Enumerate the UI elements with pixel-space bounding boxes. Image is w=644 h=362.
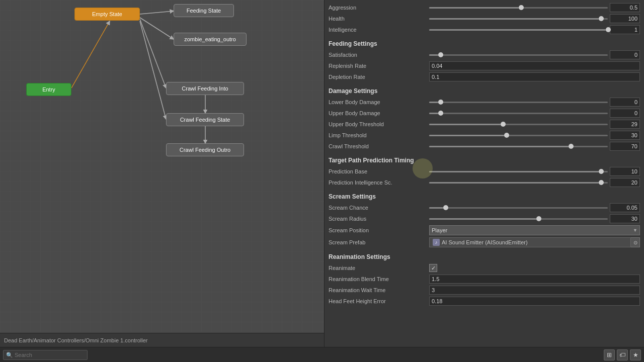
node-empty-state[interactable]: Empty State	[74, 8, 140, 21]
dropdown-3-2[interactable]: Player▼	[429, 225, 640, 235]
label-0-2: Depletion Rate	[329, 74, 429, 80]
label-3-1: Scream Radius	[329, 216, 429, 222]
input-aggression[interactable]	[610, 3, 640, 12]
node-crawl-feeding-outro[interactable]: Crawl Feeding Outro	[166, 143, 244, 156]
label-0-0: Satisfaction	[329, 52, 429, 58]
star-button[interactable]: ★	[630, 349, 641, 360]
node-zombie-eating[interactable]: zombie_eating_outro	[174, 33, 247, 46]
input-1-2[interactable]	[610, 120, 640, 129]
control-0-1	[429, 61, 640, 70]
input-2-1[interactable]	[610, 178, 640, 187]
row-2-0: Prediction Base	[325, 166, 644, 177]
graph-canvas[interactable]: Empty State Feeding State zombie_eating_…	[0, 0, 324, 332]
layers-button[interactable]: ⊞	[604, 349, 615, 360]
slider-intelligence[interactable]	[429, 26, 608, 33]
row-2-1: Prediction Intelligence Sc.	[325, 177, 644, 188]
label-2-1: Prediction Intelligence Sc.	[329, 179, 429, 186]
slider-3-0[interactable]	[429, 204, 608, 211]
control-aggression	[429, 3, 640, 12]
input-3-1[interactable]	[610, 214, 640, 223]
text-input-4-3[interactable]	[429, 297, 640, 306]
input-intelligence[interactable]	[610, 25, 640, 34]
section-header-4: Reanimation Settings	[325, 250, 644, 262]
slider-1-1[interactable]	[429, 110, 608, 117]
row-1-3: Limp Threshold	[325, 130, 644, 141]
object-select-btn-3-3[interactable]: ⊙	[631, 237, 640, 247]
control-0-2	[429, 72, 640, 81]
text-input-4-2[interactable]	[429, 286, 640, 295]
params-button[interactable]: 🏷	[617, 349, 628, 360]
input-health[interactable]	[610, 14, 640, 23]
svg-line-2	[140, 11, 174, 14]
control-1-3	[429, 131, 640, 140]
control-2-1	[429, 178, 640, 187]
section-header-1: Damage Settings	[325, 84, 644, 97]
object-field-3-3: ♪AI Sound Emitter (AISoundEmitter)	[429, 237, 631, 247]
row-1-4: Crawl Threshold	[325, 141, 644, 152]
graph-panel: Empty State Feeding State zombie_eating_…	[0, 0, 325, 347]
row-intelligence: Intelligence	[325, 24, 644, 35]
node-feeding-state[interactable]: Feeding State	[174, 4, 234, 17]
node-crawl-feeding-into[interactable]: Crawl Feeding Into	[166, 82, 244, 95]
label-health: Health	[329, 16, 429, 22]
slider-0-0[interactable]	[429, 51, 608, 58]
control-4-3	[429, 297, 640, 306]
label-1-2: Upper Body Threshold	[329, 121, 429, 127]
text-input-0-2[interactable]	[429, 72, 640, 81]
row-3-0: Scream Chance	[325, 202, 644, 213]
graph-arrows	[0, 0, 324, 332]
input-3-0[interactable]	[610, 203, 640, 212]
row-0-2: Depletion Rate	[325, 71, 644, 82]
row-4-1: Reanimation Blend Time	[325, 274, 644, 285]
params-icon: 🏷	[619, 351, 625, 358]
label-4-2: Reanimation Wait Time	[329, 287, 429, 293]
input-1-3[interactable]	[610, 131, 640, 140]
text-input-0-1[interactable]	[429, 61, 640, 70]
bottom-bar: 🔍 ⊞ 🏷 ★	[0, 347, 644, 362]
slider-2-1[interactable]	[429, 179, 608, 186]
label-4-1: Reanimation Blend Time	[329, 276, 429, 282]
slider-1-0[interactable]	[429, 99, 608, 106]
control-3-3: ♪AI Sound Emitter (AISoundEmitter)⊙	[429, 237, 640, 247]
label-intelligence: Intelligence	[329, 27, 429, 33]
label-4-0: Reanimate	[329, 265, 429, 271]
layers-icon: ⊞	[607, 351, 612, 358]
slider-3-1[interactable]	[429, 215, 608, 222]
checkbox-4-0[interactable]: ✓	[429, 264, 437, 272]
control-4-1	[429, 275, 640, 284]
control-3-1	[429, 214, 640, 223]
label-1-0: Lower Body Damage	[329, 99, 429, 105]
search-input[interactable]	[3, 350, 88, 360]
input-1-4[interactable]	[610, 142, 640, 151]
label-1-3: Limp Threshold	[329, 132, 429, 138]
input-1-1[interactable]	[610, 109, 640, 118]
label-1-4: Crawl Threshold	[329, 143, 429, 149]
row-3-1: Scream Radius	[325, 213, 644, 224]
row-4-2: Reanimation Wait Time	[325, 285, 644, 296]
node-crawl-feeding-state[interactable]: Crawl Feeding State	[166, 113, 244, 126]
input-1-0[interactable]	[610, 98, 640, 107]
sections-container: Feeding SettingsSatisfactionReplenish Ra…	[325, 37, 644, 307]
slider-1-3[interactable]	[429, 132, 608, 139]
row-aggression: Aggression	[325, 2, 644, 13]
control-2-0	[429, 167, 640, 176]
control-intelligence	[429, 25, 640, 34]
node-entry[interactable]: Entry	[26, 83, 71, 96]
slider-1-4[interactable]	[429, 143, 608, 150]
star-icon: ★	[633, 351, 638, 358]
slider-aggression[interactable]	[429, 4, 608, 11]
control-4-0: ✓	[429, 264, 640, 272]
graph-path-label: Dead Earth/Animator Controllers/Omni Zom…	[4, 337, 148, 343]
static-rows-container: Aggression Health	[325, 0, 644, 35]
input-2-0[interactable]	[610, 167, 640, 176]
control-1-2	[429, 120, 640, 129]
control-1-0	[429, 98, 640, 107]
label-3-2: Scream Position	[329, 227, 429, 233]
section-header-3: Scream Settings	[325, 190, 644, 202]
text-input-4-1[interactable]	[429, 275, 640, 284]
main-area: Empty State Feeding State zombie_eating_…	[0, 0, 644, 347]
slider-1-2[interactable]	[429, 121, 608, 128]
slider-2-0[interactable]	[429, 168, 608, 175]
input-0-0[interactable]	[610, 50, 640, 59]
slider-health[interactable]	[429, 15, 608, 22]
